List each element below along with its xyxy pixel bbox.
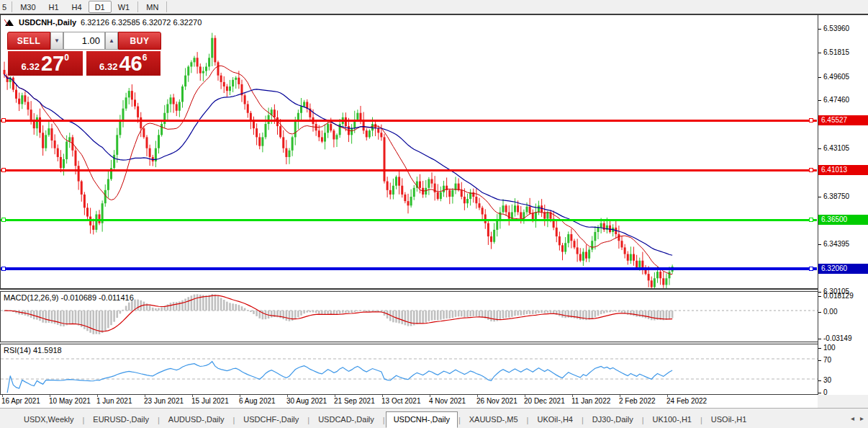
timeframe-button-5[interactable]: 5 — [0, 1, 10, 13]
candle-body — [318, 130, 320, 137]
macd-histogram-bar — [116, 311, 118, 318]
candle-body — [638, 261, 641, 267]
level-handle[interactable] — [1, 118, 6, 122]
level-line-6.36500[interactable] — [1, 219, 817, 221]
sell-button[interactable]: SELL — [7, 32, 50, 50]
candle-body — [493, 230, 495, 242]
candle-body — [437, 192, 439, 199]
rsi-canvas — [1, 344, 818, 394]
price-tick-mark — [818, 100, 821, 101]
candle-body — [458, 184, 460, 190]
volume-decrease-button[interactable]: ▼ — [50, 32, 63, 50]
macd-histogram-bar — [229, 303, 231, 311]
macd-histogram-bar — [312, 311, 315, 313]
macd-histogram-bar — [104, 311, 107, 331]
price-tick-label: 6.53960 — [823, 24, 849, 32]
level-line-6.32060[interactable] — [1, 267, 817, 270]
chart-tab-dj30-daily[interactable]: DJ30-,Daily — [584, 411, 641, 428]
macd-histogram-bar — [42, 311, 44, 323]
time-tick-label: 16 Apr 2021 — [1, 397, 40, 405]
timeframe-button-h1[interactable]: H1 — [42, 1, 65, 13]
candle-body — [514, 205, 516, 212]
macd-histogram-bar — [627, 311, 629, 315]
macd-histogram-bar — [425, 311, 427, 323]
price-tick-mark — [818, 197, 821, 197]
chart-tab-ukoil-h4[interactable]: UKOil-,H4 — [529, 411, 581, 428]
candle-body — [440, 192, 442, 199]
level-line-6.45527[interactable] — [1, 120, 817, 122]
time-tick-label: 2 Feb 2022 — [619, 397, 656, 405]
candle-body — [654, 278, 656, 287]
timeframe-button-h4[interactable]: H4 — [65, 1, 89, 13]
macd-histogram-bar — [348, 311, 350, 313]
timeframe-button-mn[interactable]: MN — [140, 1, 165, 13]
candle-body — [282, 137, 284, 148]
chart-tab-uk100-h1[interactable]: UK100-,H1 — [645, 411, 700, 428]
chart-tab-usdchf-daily[interactable]: USDCHF-,Daily — [235, 411, 307, 428]
time-axis: 16 Apr 202110 May 20211 Jun 202123 Jun 2… — [0, 395, 818, 408]
rsi-tick-label: 0 — [823, 388, 828, 396]
macd-histogram-bar — [256, 311, 258, 316]
macd-histogram-bar — [464, 311, 466, 317]
sell-price-panel[interactable]: 6.32 27 0 — [7, 50, 83, 76]
buy-button[interactable]: BUY — [118, 32, 161, 50]
chart-tab-xauusd-m5[interactable]: XAUUSD-,M5 — [461, 411, 526, 428]
chart-tab-usdx-weekly[interactable]: USDX,Weekly — [16, 411, 81, 428]
candle-body — [81, 182, 83, 195]
candle-body — [366, 130, 368, 137]
chart-tab-usdcnh-daily[interactable]: USDCNH-,Daily — [386, 411, 458, 428]
macd-histogram-bar — [609, 311, 611, 312]
macd-histogram-bar — [170, 303, 172, 311]
candle-body — [648, 274, 650, 280]
macd-histogram-bar — [48, 311, 50, 323]
candle-body — [226, 86, 228, 91]
macd-histogram-bar — [86, 311, 89, 331]
rsi-pane[interactable] — [0, 344, 818, 395]
timeframe-button-w1[interactable]: W1 — [112, 1, 137, 13]
macd-histogram-bar — [220, 298, 222, 311]
candle-body — [526, 207, 528, 213]
macd-histogram-bar — [92, 311, 94, 334]
candle-body — [472, 192, 474, 197]
time-tick-label: 15 Jul 2021 — [191, 397, 229, 405]
candle-body — [220, 76, 222, 82]
chart-tab-usdcad-daily[interactable]: USDCAD-,Daily — [310, 411, 382, 428]
candle-body — [86, 208, 89, 216]
timeframe-button-d1[interactable]: D1 — [89, 1, 112, 13]
candle-body — [520, 212, 522, 218]
price-axis: 6.539606.518156.496056.474606.431056.387… — [818, 14, 868, 395]
level-handle[interactable] — [809, 267, 813, 271]
volume-increase-button[interactable]: ▲ — [105, 32, 118, 50]
chart-tab-audusd-daily[interactable]: AUDUSD-,Daily — [161, 411, 232, 428]
level-line-6.41013[interactable] — [1, 169, 817, 171]
candle-body — [369, 130, 371, 137]
candle-body — [413, 188, 415, 197]
macd-histogram-bar — [232, 303, 234, 311]
tab-scroll-left-icon[interactable]: ◂ — [851, 414, 854, 422]
macd-histogram-bar — [339, 311, 341, 314]
macd-histogram-bar — [579, 311, 582, 320]
level-handle[interactable] — [1, 168, 6, 172]
level-handle[interactable] — [809, 168, 813, 172]
timeframe-button-m30[interactable]: M30 — [14, 1, 42, 13]
price-tick-mark — [818, 292, 821, 293]
macd-histogram-bar — [155, 308, 157, 311]
candle-body — [214, 38, 216, 63]
tab-scroll-right-icon[interactable]: ▸ — [860, 414, 864, 422]
macd-histogram-bar — [184, 299, 186, 311]
macd-histogram-bar — [75, 311, 77, 324]
candle-body — [45, 135, 47, 148]
buy-price-panel[interactable]: 6.32 46 6 — [86, 50, 162, 76]
level-handle[interactable] — [809, 118, 813, 122]
level-handle[interactable] — [1, 218, 6, 222]
macd-histogram-bar — [559, 311, 561, 316]
level-handle[interactable] — [1, 267, 6, 271]
chart-tab-eurusd-daily[interactable]: EURUSD-,Daily — [85, 411, 157, 428]
macd-histogram-bar — [191, 295, 193, 311]
candle-body — [173, 97, 175, 104]
macd-histogram-bar — [205, 295, 207, 311]
macd-histogram-bar — [297, 311, 299, 317]
chart-tab-usoil-h1[interactable]: USOil-,H1 — [703, 411, 755, 428]
level-handle[interactable] — [809, 218, 813, 222]
volume-input[interactable] — [63, 32, 105, 50]
